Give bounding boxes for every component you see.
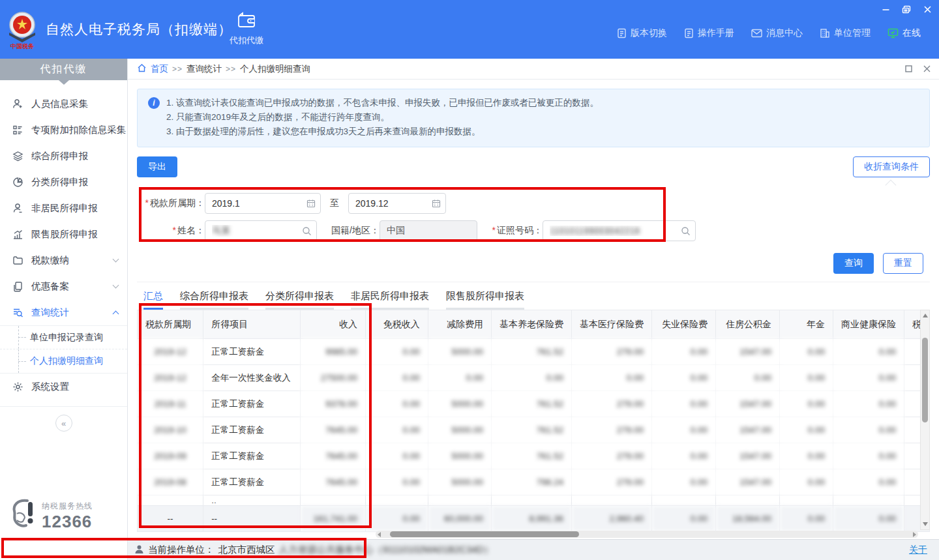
column-header: 基本医疗保险费 [571, 310, 651, 339]
home-icon[interactable] [137, 63, 147, 74]
china-tax-emblem-logo: 中国税务 [5, 10, 39, 51]
nationality-input[interactable] [380, 220, 477, 241]
table-cell: 279.00 [571, 339, 651, 365]
scroll-down-arrow[interactable] [923, 522, 928, 526]
sidebar-collapse-button[interactable]: « [55, 415, 72, 432]
table-row[interactable]: 2019-11正常工资薪金9378.000.005000.00761.52279… [138, 391, 930, 417]
close-button[interactable] [922, 4, 932, 14]
tab-nonresident-income[interactable]: 非居民所得申报表 [351, 290, 429, 310]
table-cell [780, 495, 833, 506]
table-cell: 2019-10 [138, 417, 203, 443]
table-cell: 0.00 [651, 391, 715, 417]
table-cell: 9985.00 [300, 339, 365, 365]
vertical-scroll-thumb[interactable] [922, 338, 928, 422]
app-titlebar: 中国税务 自然人电子税务局（扣缴端） 代扣代缴 版本切换 [0, 0, 939, 59]
column-header: 住房公积金 [716, 310, 780, 339]
nationality-field [380, 220, 477, 241]
period-from-input[interactable] [205, 193, 321, 214]
column-header: 减除费用 [428, 310, 491, 339]
tab-restricted-stock[interactable]: 限售股所得申报表 [446, 290, 524, 310]
tab-comprehensive-income[interactable]: 综合所得申报表 [180, 290, 248, 310]
sidebar: 代扣代缴 人员信息采集 专项附加扣除信息采集 综合所得申报 分类所得申报 [0, 59, 128, 560]
sidebar-item-preferential-filing[interactable]: 优惠备案 [0, 273, 127, 299]
sidebar-item-query-statistics[interactable]: 查询统计 [0, 299, 127, 325]
sidebar-item-restricted-stock[interactable]: 限售股所得申报 [0, 221, 127, 247]
scroll-up-arrow[interactable] [923, 314, 928, 317]
table-cell: 0.00 [833, 339, 904, 365]
table-cell: 正常工资薪金 [203, 443, 301, 469]
table-cell: 8,991.36 [491, 506, 571, 532]
table-cell [833, 495, 904, 506]
sidebar-item-comprehensive-income[interactable]: 综合所得申报 [0, 143, 127, 169]
online-status[interactable]: 在线 [887, 27, 921, 39]
search-icon[interactable] [681, 226, 691, 236]
table-cell: 2019-12 [138, 339, 203, 365]
cert-input[interactable] [543, 220, 696, 241]
cert-field [543, 220, 696, 241]
scroll-right-arrow[interactable] [913, 532, 916, 537]
table-cell: 2019-12 [138, 365, 203, 391]
table-total-row[interactable]: ----161,741.000.0060,000.008,991.362,960… [138, 506, 930, 532]
toolbar: 导出 收折查询条件 [137, 156, 930, 183]
table-cell: 9378.00 [300, 391, 365, 417]
building-icon [820, 28, 830, 38]
main-area: 首页 >> 查询统计 >> 个人扣缴明细查询 i 1. 该查询统计表仅能查询已申… [128, 59, 939, 560]
table-cell: 2,960.40 [571, 506, 651, 532]
table-cell: 0.00 [365, 417, 428, 443]
table-cell: 7645.00 [300, 443, 365, 469]
name-input[interactable] [205, 220, 317, 241]
sidebar-item-label: 系统设置 [31, 381, 118, 393]
results-table: 税款所属期所得项目收入免税收入减除费用基本养老保险费基本医疗保险费失业保险费住房… [137, 310, 930, 532]
layers-icon [12, 150, 23, 162]
sidebar-item-classified-income[interactable]: 分类所得申报 [0, 169, 127, 195]
export-button[interactable]: 导出 [137, 156, 177, 177]
vertical-scrollbar[interactable] [920, 310, 930, 530]
tab-withholding-module[interactable]: 代扣代缴 [230, 12, 263, 46]
menu-unit-management[interactable]: 单位管理 [820, 27, 871, 39]
calendar-icon[interactable] [432, 199, 441, 208]
query-button[interactable]: 查询 [833, 253, 874, 274]
table-row[interactable]: .. [138, 495, 930, 506]
collapse-filter-button[interactable]: 收折查询条件 [853, 156, 930, 177]
table-row[interactable]: 2019-09正常工资薪金7645.000.005000.00761.52279… [138, 443, 930, 469]
reset-button[interactable]: 重置 [883, 253, 923, 274]
sidebar-item-tax-payment[interactable]: 税款缴纳 [0, 247, 127, 273]
table-row[interactable]: 2019-12正常工资薪金9985.000.005000.00761.52279… [138, 339, 930, 365]
table-row[interactable]: 2019-08正常工资薪金7645.000.005000.00798.24279… [138, 469, 930, 495]
search-icon[interactable] [302, 226, 312, 236]
table-cell: 0.00 [651, 469, 715, 495]
table-cell: .. [203, 495, 301, 506]
breadcrumb-home[interactable]: 首页 [151, 63, 168, 75]
pane-close-icon[interactable] [922, 65, 931, 74]
tab-classified-income[interactable]: 分类所得申报表 [265, 290, 334, 310]
menu-manual[interactable]: 操作手册 [684, 27, 734, 39]
sidebar-item-personnel-info[interactable]: 人员信息采集 [0, 91, 127, 117]
about-link[interactable]: 关于 [909, 544, 927, 556]
table-row[interactable]: 2019-12全年一次性奖金收入27500.000.000.000.000.00… [138, 365, 930, 391]
minimize-button[interactable] [880, 4, 891, 14]
menu-version-switch[interactable]: 版本切换 [617, 27, 667, 39]
table-cell: 0.00 [833, 365, 904, 391]
sidebar-subitem-personal-withholding-query[interactable]: 个人扣缴明细查询 [0, 349, 127, 373]
table-cell: 761.52 [491, 443, 571, 469]
table-cell: 27500.00 [300, 365, 365, 391]
person-icon [12, 202, 23, 214]
calendar-icon[interactable] [306, 199, 316, 208]
restore-button[interactable] [901, 4, 912, 14]
horizontal-scrollbar[interactable] [376, 531, 918, 538]
sidebar-item-special-deduction[interactable]: 专项附加扣除信息采集 [0, 117, 127, 143]
horizontal-scroll-thumb[interactable] [390, 531, 579, 537]
sidebar-subitem-label: 个人扣缴明细查询 [30, 355, 103, 367]
menu-message-center[interactable]: 消息中心 [751, 27, 803, 39]
pane-maximize-icon[interactable] [904, 65, 913, 74]
search-list-icon [12, 306, 23, 318]
table-row[interactable]: 2019-10正常工资薪金7645.000.005000.00761.52279… [138, 417, 930, 443]
hotline-block: 纳税服务热线 12366 [0, 498, 127, 534]
required-asterisk: * [492, 225, 496, 235]
sidebar-item-nonresident-income[interactable]: 非居民所得申报 [0, 195, 127, 221]
sidebar-header: 代扣代缴 [0, 59, 127, 80]
tab-summary[interactable]: 汇总 [143, 290, 163, 310]
sidebar-item-system-settings[interactable]: 系统设置 [0, 374, 127, 400]
sidebar-subitem-unit-declaration-query[interactable]: 单位申报记录查询 [0, 326, 127, 349]
scroll-left-arrow[interactable] [378, 532, 381, 537]
